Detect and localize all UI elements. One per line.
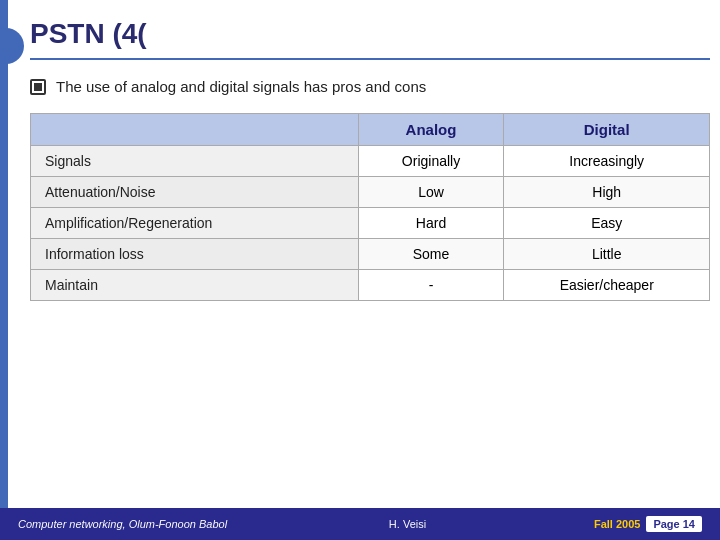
col-header-analog: Analog	[358, 114, 504, 146]
table-cell-analog: Originally	[358, 146, 504, 177]
table-cell-digital: Little	[504, 239, 710, 270]
main-content: PSTN (4( The use of analog and digital s…	[30, 0, 710, 540]
table-row: Maintain-Easier/cheaper	[31, 270, 710, 301]
top-circle-decoration	[0, 28, 24, 64]
table-cell-analog: Low	[358, 177, 504, 208]
subtitle-text: The use of analog and digital signals ha…	[56, 78, 426, 95]
table-cell-label: Amplification/Regeneration	[31, 208, 359, 239]
footer: Computer networking, Olum-Fonoon Babol H…	[0, 508, 720, 540]
footer-middle-text: H. Veisi	[389, 518, 426, 530]
table-cell-analog: Hard	[358, 208, 504, 239]
footer-fall-text: Fall 2005	[588, 518, 646, 530]
table-cell-label: Signals	[31, 146, 359, 177]
table-row: Attenuation/NoiseLowHigh	[31, 177, 710, 208]
table-row: SignalsOriginallyIncreasingly	[31, 146, 710, 177]
left-accent-bar	[0, 0, 8, 540]
col-header-empty	[31, 114, 359, 146]
table-cell-digital: Easier/cheaper	[504, 270, 710, 301]
footer-page-text: Page 14	[646, 516, 702, 532]
table-row: Information lossSomeLittle	[31, 239, 710, 270]
col-header-digital: Digital	[504, 114, 710, 146]
table-cell-label: Information loss	[31, 239, 359, 270]
subtitle-line: The use of analog and digital signals ha…	[30, 78, 710, 95]
table-header-row: Analog Digital	[31, 114, 710, 146]
table-cell-analog: Some	[358, 239, 504, 270]
page-title: PSTN (4(	[30, 0, 710, 60]
table-cell-label: Maintain	[31, 270, 359, 301]
table-cell-analog: -	[358, 270, 504, 301]
table-cell-digital: High	[504, 177, 710, 208]
table-cell-label: Attenuation/Noise	[31, 177, 359, 208]
checkbox-icon	[30, 79, 46, 95]
table-cell-digital: Easy	[504, 208, 710, 239]
table-cell-digital: Increasingly	[504, 146, 710, 177]
table-row: Amplification/RegenerationHardEasy	[31, 208, 710, 239]
comparison-table: Analog Digital SignalsOriginallyIncreasi…	[30, 113, 710, 301]
footer-left-text: Computer networking, Olum-Fonoon Babol	[18, 518, 227, 530]
footer-right-group: Fall 2005 Page 14	[588, 516, 702, 532]
